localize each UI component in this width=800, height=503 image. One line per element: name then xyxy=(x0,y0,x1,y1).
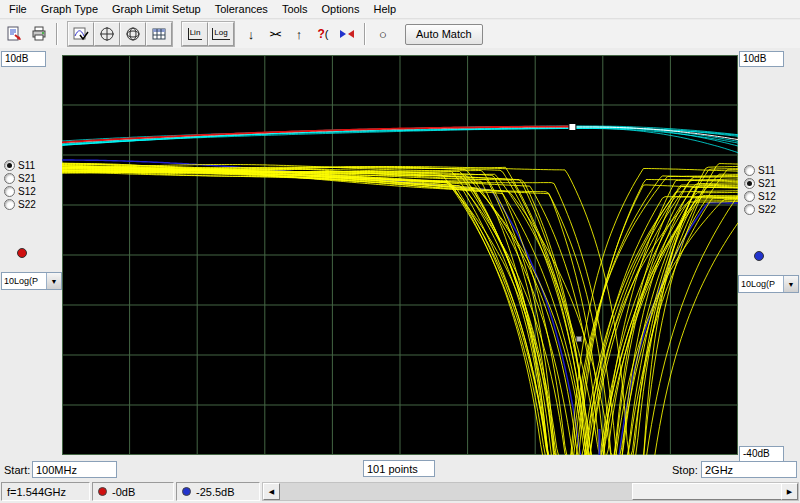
right-sparam-radio-group: S11 S21 S12 S22 xyxy=(744,165,776,215)
radio-label: S11 xyxy=(758,165,775,176)
points-input[interactable] xyxy=(363,460,435,477)
marker-frequency-box: f=1.544GHz xyxy=(1,482,90,501)
radio-left-s22[interactable]: S22 xyxy=(4,199,36,210)
app-window: File Graph Type Graph Limit Setup Tolera… xyxy=(0,0,800,503)
scale-group: Lin Log xyxy=(181,21,235,47)
scroll-left-icon: ◀ xyxy=(269,488,274,496)
radio-dot xyxy=(4,160,15,171)
polar-plot-icon xyxy=(99,26,115,42)
menu-options[interactable]: Options xyxy=(315,1,367,17)
trace2-value: -25.5dB xyxy=(196,486,235,498)
help-query-button[interactable]: ?( xyxy=(311,22,335,46)
smith-chart-button[interactable] xyxy=(120,22,146,46)
sparameter-plot[interactable] xyxy=(62,55,738,455)
radio-dot xyxy=(744,165,755,176)
chevron-down-icon[interactable]: ▼ xyxy=(783,276,798,292)
menu-tolerances[interactable]: Tolerances xyxy=(208,1,275,17)
menu-bar: File Graph Type Graph Limit Setup Tolera… xyxy=(0,0,800,19)
radio-dot xyxy=(744,191,755,202)
data-table-button[interactable] xyxy=(146,22,172,46)
radio-right-s21[interactable]: S21 xyxy=(744,178,776,189)
radio-left-s11[interactable]: S11 xyxy=(4,160,36,171)
graph-select-button[interactable] xyxy=(68,22,94,46)
plot-area[interactable] xyxy=(62,55,738,455)
start-label: Start: xyxy=(4,464,30,476)
radio-label: S12 xyxy=(18,186,36,197)
radio-left-s12[interactable]: S12 xyxy=(4,186,36,197)
left-sparam-radio-group: S11 S21 S12 S22 xyxy=(4,160,36,210)
print-button[interactable] xyxy=(27,22,51,46)
polar-plot-button[interactable] xyxy=(94,22,120,46)
start-freq-input[interactable] xyxy=(32,461,117,478)
trace1-readout-box: -0dB xyxy=(92,482,174,501)
radio-dot xyxy=(744,204,755,215)
menu-tools[interactable]: Tools xyxy=(275,1,315,17)
left-scale-top-field[interactable]: 10dB xyxy=(1,51,46,67)
data-table-icon xyxy=(151,26,167,42)
scrollbar-thumb[interactable] xyxy=(632,483,784,500)
radio-label: S12 xyxy=(758,191,776,202)
toolbar-separator xyxy=(364,23,366,45)
lin-scale-icon: Lin xyxy=(188,28,203,40)
radio-right-s11[interactable]: S11 xyxy=(744,165,776,176)
log-scale-button[interactable]: Log xyxy=(208,22,234,46)
radio-right-s12[interactable]: S12 xyxy=(744,191,776,202)
print-icon xyxy=(31,26,47,42)
horizontal-scrollbar[interactable]: ◀ ▶ xyxy=(262,482,799,501)
help-query-bracket: ( xyxy=(325,28,329,40)
smith-chart-icon xyxy=(125,26,141,42)
marker-up-icon: ↑ xyxy=(296,28,303,41)
auto-match-button[interactable]: Auto Match xyxy=(405,24,483,45)
marker-span-button[interactable]: >-< xyxy=(263,22,287,46)
radio-label: S21 xyxy=(18,173,36,184)
blue-trace-dot-icon xyxy=(182,487,191,496)
left-trace-color-dot[interactable] xyxy=(17,248,27,258)
trace1-value: -0dB xyxy=(112,486,135,498)
marker-down-button[interactable]: ↓ xyxy=(239,22,263,46)
graph-select-icon xyxy=(73,26,89,42)
radio-label: S22 xyxy=(18,199,36,210)
export-icon xyxy=(7,26,23,42)
marker-span-icon: >-< xyxy=(270,29,281,39)
circle-icon: ○ xyxy=(379,28,387,41)
right-scale-bottom-field[interactable]: -40dB xyxy=(739,446,784,462)
radio-dot xyxy=(4,173,15,184)
left-format-dropdown[interactable]: 10Log(P ▼ xyxy=(1,272,62,290)
right-format-dropdown[interactable]: 10Log(P ▼ xyxy=(738,275,799,293)
lin-scale-button[interactable]: Lin xyxy=(182,22,208,46)
right-format-value: 10Log(P xyxy=(741,279,775,289)
right-trace-color-dot[interactable] xyxy=(754,251,764,261)
left-format-value: 10Log(P xyxy=(4,276,38,286)
toolbar-separator xyxy=(56,23,58,45)
menu-file[interactable]: File xyxy=(2,1,34,17)
menu-graph-type[interactable]: Graph Type xyxy=(34,1,105,17)
menu-graph-limit-setup[interactable]: Graph Limit Setup xyxy=(105,1,208,17)
radio-label: S22 xyxy=(758,204,776,215)
marker-frequency-value: f=1.544GHz xyxy=(7,486,66,498)
radio-label: S21 xyxy=(758,178,776,189)
help-query-icon: ? xyxy=(317,27,324,41)
marker-up-button[interactable]: ↑ xyxy=(287,22,311,46)
match-icon xyxy=(339,26,355,42)
right-scale-top-field[interactable]: 10dB xyxy=(739,51,784,67)
red-trace-dot-icon xyxy=(98,487,107,496)
match-button[interactable] xyxy=(335,22,359,46)
stop-label: Stop: xyxy=(672,464,698,476)
radio-right-s22[interactable]: S22 xyxy=(744,204,776,215)
radio-dot xyxy=(4,186,15,197)
radio-left-s21[interactable]: S21 xyxy=(4,173,36,184)
scroll-left-button[interactable]: ◀ xyxy=(263,483,280,500)
trace2-readout-box: -25.5dB xyxy=(176,482,260,501)
radio-dot xyxy=(744,178,755,189)
log-scale-icon: Log xyxy=(212,28,229,40)
chevron-down-icon[interactable]: ▼ xyxy=(46,273,61,289)
export-button[interactable] xyxy=(3,22,27,46)
circle-button[interactable]: ○ xyxy=(371,22,395,46)
graph-type-group xyxy=(67,21,173,47)
scroll-right-button[interactable]: ▶ xyxy=(781,483,798,500)
stop-freq-input[interactable] xyxy=(701,461,797,478)
radio-label: S11 xyxy=(18,160,35,171)
scroll-right-icon: ▶ xyxy=(787,488,792,496)
radio-dot xyxy=(4,199,15,210)
menu-help[interactable]: Help xyxy=(366,1,403,17)
